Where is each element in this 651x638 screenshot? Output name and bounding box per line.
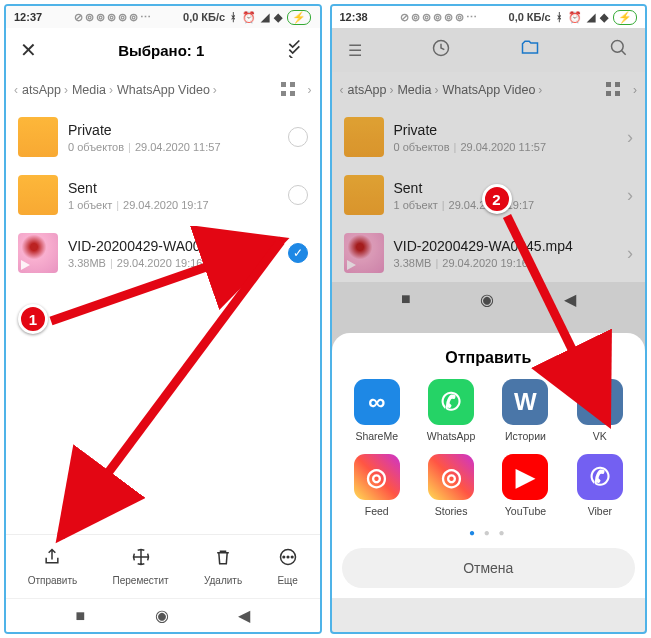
chevron-left-icon[interactable]: ‹	[14, 83, 18, 97]
file-row[interactable]: VID-20200429-WA0045.mp4 3.38MB|29.04.202…	[6, 224, 320, 282]
breadcrumb-seg[interactable]: WhatsApp Video›	[117, 83, 217, 97]
share-app-youtube[interactable]: ▶YouTube	[502, 454, 548, 517]
page-indicator: ● ● ●	[342, 527, 636, 538]
svg-rect-2	[281, 91, 286, 96]
file-meta: 3.38MB|29.04.2020 19:16	[68, 257, 288, 269]
breadcrumb[interactable]: ‹ atsApp› Media› WhatsApp Video› ›	[6, 72, 320, 108]
svg-point-6	[287, 556, 289, 558]
stories-icon: ◎	[428, 454, 474, 500]
chevron-right-icon[interactable]: ›	[308, 83, 312, 97]
statusbar: 12:37 ⊘⊚⊚⊚⊚⊚⋯ 0,0 КБ/с ᚼ ⏰ ◢ ◆ ⚡	[6, 6, 320, 28]
folder-icon	[18, 117, 58, 157]
select-checkbox[interactable]	[288, 127, 308, 147]
nav-recent-icon[interactable]: ■	[75, 607, 85, 625]
send-button[interactable]: Отправить	[28, 547, 78, 586]
share-app-viber[interactable]: ✆Viber	[577, 454, 623, 517]
video-thumb	[18, 233, 58, 273]
status-icons-right: 0,0 КБ/с ᚼ ⏰ ◢ ◆ ⚡	[507, 10, 637, 25]
signal-icon: ◢	[587, 11, 595, 23]
nav-back-icon[interactable]: ◀	[238, 606, 250, 625]
phone-right: 12:38 ⊘⊚⊚⊚⊚⊚⋯ 0,0 КБ/с ᚼ ⏰ ◢ ◆ ⚡ ☰ ‹ ats…	[330, 4, 648, 634]
shareme-icon: ∞	[354, 379, 400, 425]
apps-grid: ∞ShareMe✆WhatsAppWИсторииWVK◎Feed◎Storie…	[342, 379, 636, 517]
sheet-title: Отправить	[342, 349, 636, 367]
alarm-icon: ⏰	[568, 11, 582, 23]
share-app-feed[interactable]: ◎Feed	[354, 454, 400, 517]
bluetooth-icon: ᚼ	[230, 11, 237, 23]
arrow-to-send	[46, 236, 296, 556]
file-name: VID-20200429-WA0045.mp4	[68, 238, 288, 254]
breadcrumb-seg[interactable]: atsApp›	[22, 83, 68, 97]
app-label: VK	[593, 430, 607, 442]
file-meta: 1 объект|29.04.2020 19:17	[68, 199, 288, 211]
app-label: Stories	[435, 505, 468, 517]
viber-icon: ✆	[577, 454, 623, 500]
statusbar: 12:38 ⊘⊚⊚⊚⊚⊚⋯ 0,0 КБ/с ᚼ ⏰ ◢ ◆ ⚡	[332, 6, 646, 28]
trash-icon	[213, 547, 233, 572]
move-button[interactable]: Переместит	[113, 547, 169, 586]
app-label: YouTube	[505, 505, 546, 517]
whatsapp-icon: ✆	[428, 379, 474, 425]
youtube-icon: ▶	[502, 454, 548, 500]
svg-line-9	[61, 241, 281, 536]
status-time: 12:38	[340, 11, 368, 23]
select-checkbox[interactable]	[288, 185, 308, 205]
share-app-vk[interactable]: WVK	[577, 379, 623, 442]
status-icons-left: ⊘⊚⊚⊚⊚⊚⋯	[72, 11, 151, 24]
battery-icon: ⚡	[287, 10, 311, 25]
file-list: Private 0 объектов|29.04.2020 11:57 Sent…	[6, 108, 320, 282]
header-title: Выбрано: 1	[37, 42, 286, 59]
alarm-icon: ⏰	[242, 11, 256, 23]
bottom-actions: Отправить Переместит Удалить Еще	[6, 534, 320, 598]
callout-2: 2	[482, 184, 512, 214]
vk-icon: W	[577, 379, 623, 425]
selectall-icon[interactable]	[286, 38, 306, 63]
share-icon	[42, 547, 62, 572]
share-app-whatsapp[interactable]: ✆WhatsApp	[427, 379, 475, 442]
grid-view-icon[interactable]	[280, 81, 296, 100]
share-app-stories[interactable]: ◎Stories	[428, 454, 474, 517]
wifi-icon: ◆	[274, 11, 282, 23]
svg-rect-1	[290, 82, 295, 87]
status-data: 0,0 КБ/с	[183, 11, 225, 23]
status-icons-right: 0,0 КБ/с ᚼ ⏰ ◢ ◆ ⚡	[181, 10, 311, 25]
more-icon	[278, 547, 298, 572]
close-icon[interactable]: ✕	[20, 38, 37, 62]
app-label: ShareMe	[355, 430, 398, 442]
cancel-button[interactable]: Отмена	[342, 548, 636, 588]
status-icons-left: ⊘⊚⊚⊚⊚⊚⋯	[398, 11, 477, 24]
app-label: WhatsApp	[427, 430, 475, 442]
svg-point-5	[283, 556, 285, 558]
bluetooth-icon: ᚼ	[556, 11, 563, 23]
svg-rect-3	[290, 91, 295, 96]
svg-rect-0	[281, 82, 286, 87]
nav-home-icon[interactable]: ◉	[155, 606, 169, 625]
header: ✕ Выбрано: 1	[6, 28, 320, 72]
folder-icon	[18, 175, 58, 215]
status-time: 12:37	[14, 11, 42, 23]
app-label: Feed	[365, 505, 389, 517]
svg-point-7	[291, 556, 293, 558]
wifi-icon: ◆	[600, 11, 608, 23]
share-app-shareme[interactable]: ∞ShareMe	[354, 379, 400, 442]
share-sheet: Отправить ∞ShareMe✆WhatsAppWИсторииWVK◎F…	[332, 333, 646, 598]
navbar: ■ ◉ ◀	[6, 598, 320, 632]
status-data: 0,0 КБ/с	[509, 11, 551, 23]
истории-icon: W	[502, 379, 548, 425]
app-label: Истории	[505, 430, 546, 442]
battery-icon: ⚡	[613, 10, 637, 25]
move-icon	[131, 547, 151, 572]
more-button[interactable]: Еще	[277, 547, 297, 586]
file-meta: 0 объектов|29.04.2020 11:57	[68, 141, 288, 153]
app-label: Viber	[588, 505, 612, 517]
delete-button[interactable]: Удалить	[204, 547, 242, 586]
signal-icon: ◢	[261, 11, 269, 23]
file-name: Private	[68, 122, 288, 138]
folder-row[interactable]: Private 0 объектов|29.04.2020 11:57	[6, 108, 320, 166]
phone-left: 12:37 ⊘⊚⊚⊚⊚⊚⋯ 0,0 КБ/с ᚼ ⏰ ◢ ◆ ⚡ ✕ Выбра…	[4, 4, 322, 634]
file-name: Sent	[68, 180, 288, 196]
select-checkbox-checked[interactable]: ✓	[288, 243, 308, 263]
breadcrumb-seg[interactable]: Media›	[72, 83, 113, 97]
folder-row[interactable]: Sent 1 объект|29.04.2020 19:17	[6, 166, 320, 224]
share-app-истории[interactable]: WИстории	[502, 379, 548, 442]
